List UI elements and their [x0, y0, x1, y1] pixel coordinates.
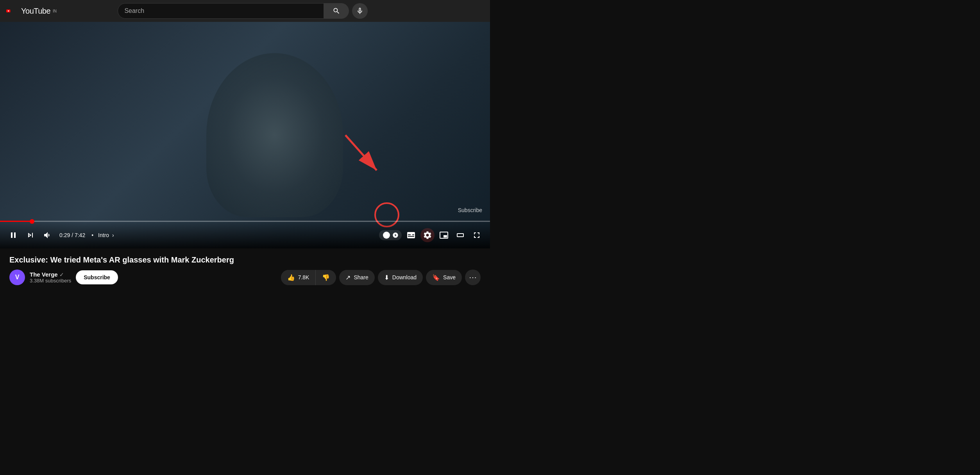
video-background: Subscribe [0, 22, 490, 248]
subscribe-button[interactable]: Subscribe [76, 270, 118, 284]
share-label: Share [354, 274, 368, 280]
volume-button[interactable] [41, 228, 55, 242]
like-count: 7.8K [298, 274, 309, 280]
channel-text: The Verge ✓ 3.38M subscribers [30, 271, 71, 284]
save-button[interactable]: 🔖 Save [426, 270, 462, 285]
subtitles-button[interactable] [404, 228, 418, 242]
share-button[interactable]: ↗ Share [339, 270, 374, 285]
video-meta-row: V The Verge ✓ 3.38M subscribers Subscrib… [9, 270, 481, 285]
youtube-wordmark: YouTube [21, 7, 50, 16]
like-dislike-group: 👍 7.8K 👎 [281, 270, 336, 285]
time-total: 7:42 [75, 232, 85, 238]
country-label: IN [53, 9, 57, 13]
action-buttons: 👍 7.8K 👎 ↗ Share ⬇ Download [281, 270, 481, 285]
download-label: Download [392, 274, 417, 280]
miniplayer-button[interactable] [437, 228, 451, 242]
video-info: Exclusive: We tried Meta's AR glasses wi… [9, 248, 481, 288]
autoplay-toggle[interactable] [379, 230, 402, 240]
share-icon: ↗ [345, 274, 351, 281]
header: YouTubeIN [0, 0, 490, 22]
like-button[interactable]: 👍 7.8K [281, 270, 316, 285]
svg-line-3 [345, 135, 377, 170]
search-input[interactable] [118, 7, 324, 14]
video-info-section: Exclusive: We tried Meta's AR glasses wi… [0, 248, 490, 288]
chapter-label: Intro [98, 232, 109, 238]
video-player[interactable]: Subscribe [0, 22, 490, 248]
more-icon: ⋯ [469, 273, 477, 282]
subscriber-count: 3.38M subscribers [30, 278, 71, 284]
chapter-arrow[interactable]: › [112, 232, 114, 238]
time-current: 0:29 [59, 232, 70, 238]
save-icon: 🔖 [432, 274, 440, 281]
download-button[interactable]: ⬇ Download [378, 270, 423, 285]
pause-button[interactable] [6, 228, 20, 242]
player-controls: 0:29 / 7:42 • Intro › [0, 222, 490, 248]
channel-avatar[interactable]: V [9, 270, 25, 285]
video-title: Exclusive: We tried Meta's AR glasses wi… [9, 255, 481, 265]
fullscreen-button[interactable] [470, 228, 484, 242]
annotation-arrow [338, 131, 384, 178]
download-icon: ⬇ [384, 274, 389, 281]
settings-button[interactable] [420, 228, 435, 242]
search-area [118, 3, 368, 19]
video-figure [206, 53, 343, 217]
verified-icon: ✓ [59, 271, 64, 278]
right-controls [379, 228, 484, 242]
youtube-logo[interactable]: YouTubeIN [6, 6, 57, 16]
save-label: Save [443, 274, 456, 280]
chapter-separator: • [91, 232, 93, 238]
channel-info: V The Verge ✓ 3.38M subscribers Subscrib… [9, 270, 276, 285]
toggle-circle [383, 232, 390, 239]
search-button[interactable] [324, 3, 349, 19]
channel-name: The Verge [30, 271, 58, 278]
search-bar [118, 3, 324, 19]
dislike-button[interactable]: 👎 [316, 270, 336, 285]
mic-button[interactable] [352, 3, 368, 19]
more-options-button[interactable]: ⋯ [465, 270, 481, 285]
dislike-icon: 👎 [322, 274, 330, 281]
like-icon: 👍 [287, 274, 295, 281]
theatre-button[interactable] [453, 228, 467, 242]
subscribe-watermark: Subscribe [458, 207, 482, 213]
channel-name-row: The Verge ✓ [30, 271, 71, 278]
time-display: 0:29 / 7:42 [59, 232, 85, 238]
video-frame: Subscribe [0, 22, 490, 248]
next-button[interactable] [23, 228, 38, 242]
